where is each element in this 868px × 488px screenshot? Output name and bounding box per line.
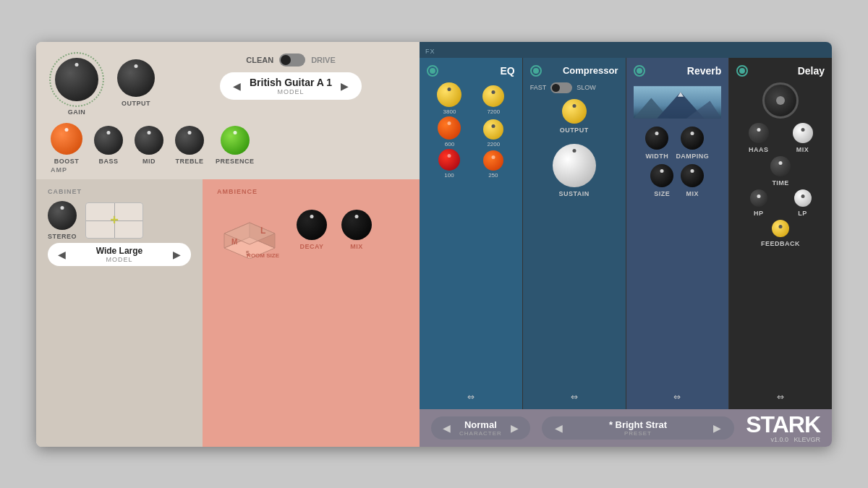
comp-sustain-knob[interactable]	[553, 144, 596, 187]
room-size-cube: M L 5 ROOM SIZE	[217, 201, 282, 259]
mid-knob[interactable]	[135, 126, 163, 155]
fast-slow-toggle[interactable]	[550, 82, 572, 93]
eq-3800-wrap: 3800	[437, 82, 461, 115]
preset-prev[interactable]: ◀	[552, 421, 566, 435]
boost-knob-wrap: BOOST	[51, 123, 82, 165]
reverb-width-knob[interactable]	[645, 127, 668, 150]
delay-disc-wrap	[736, 82, 825, 119]
mid-label: MID	[142, 158, 156, 165]
comp-output-label: OUTPUT	[560, 127, 589, 134]
reverb-damping-wrap: DAMPING	[676, 127, 709, 160]
comp-output-knob[interactable]	[562, 99, 587, 124]
gain-knob[interactable]	[55, 58, 98, 101]
delay-header: Delay	[736, 65, 825, 77]
reverb-header: Reverb	[634, 65, 722, 77]
reverb-mix-wrap: MIX	[681, 164, 704, 197]
output-knob[interactable]	[117, 59, 155, 97]
amb-mix-knob[interactable]	[341, 210, 372, 240]
delay-mix-knob[interactable]	[793, 123, 813, 143]
plugin-container: GAIN OUTPUT CLEAN DRIVE	[36, 42, 832, 447]
eq-600-label: 600	[445, 141, 454, 147]
decay-knob[interactable]	[297, 210, 327, 240]
amb-mix-knob-wrap: MIX	[341, 210, 372, 250]
amp-model-prev[interactable]: ◀	[230, 79, 244, 93]
eq-250-label: 250	[488, 172, 498, 179]
gain-label: GAIN	[68, 108, 86, 116]
cabinet-label: CABINET	[48, 188, 191, 195]
stereo-knob[interactable]	[48, 201, 77, 230]
comp-power-btn[interactable]	[530, 65, 542, 77]
bass-knob[interactable]	[94, 126, 123, 155]
delay-feedback-knob[interactable]	[772, 220, 789, 237]
reverb-width-label: WIDTH	[645, 153, 668, 160]
comp-output-wrap: OUTPUT	[560, 99, 589, 134]
character-value-wrap: Normal CHARACTER	[459, 419, 502, 437]
drive-label: DRIVE	[311, 56, 336, 64]
eq-100-label: 100	[444, 172, 454, 179]
output-label: OUTPUT	[122, 100, 150, 107]
presence-knob[interactable]	[221, 126, 250, 155]
reverb-damping-knob[interactable]	[681, 127, 704, 150]
eq-row-1: 3800 7200	[427, 82, 515, 115]
clean-label: CLEAN	[246, 56, 273, 64]
amp-section: GAIN OUTPUT CLEAN DRIVE	[36, 42, 420, 179]
gain-knob-wrap: GAIN	[51, 53, 103, 116]
delay-haas-knob[interactable]	[749, 123, 769, 143]
output-knob-wrap: OUTPUT	[117, 53, 155, 107]
delay-disc	[762, 82, 799, 119]
eq-7200-knob[interactable]	[482, 85, 504, 107]
delay-swap-icon[interactable]: ⇔	[736, 392, 825, 402]
eq-header: EQ	[427, 65, 515, 77]
preset-next[interactable]: ▶	[710, 421, 724, 435]
comp-title: Compressor	[546, 65, 618, 76]
plugin-brand: KLEVGR	[793, 436, 820, 443]
character-next[interactable]: ▶	[508, 421, 522, 435]
reverb-swap-icon[interactable]: ⇔	[634, 392, 722, 402]
eq-250-knob[interactable]	[483, 150, 503, 171]
clean-drive-row: CLEAN DRIVE	[246, 53, 336, 67]
comp-sustain-label: SUSTAIN	[558, 190, 589, 197]
reverb-power-btn[interactable]	[634, 65, 645, 77]
reverb-size-knob[interactable]	[650, 164, 673, 187]
delay-time-knob[interactable]	[770, 156, 791, 176]
character-prev[interactable]: ◀	[440, 421, 454, 435]
svg-text:M: M	[231, 238, 237, 246]
delay-time-row: TIME	[736, 156, 825, 187]
reverb-mix-knob[interactable]	[681, 164, 704, 187]
eq-2200-knob[interactable]	[483, 119, 503, 140]
reverb-landscape-svg	[634, 82, 722, 122]
cabinet-model-selector-wrap: ◀ Wide Large MODEL ▶	[48, 243, 191, 266]
bass-label: BASS	[98, 158, 118, 165]
eq-600-knob[interactable]	[438, 116, 461, 140]
delay-power-btn[interactable]	[736, 65, 748, 77]
eq-power-btn[interactable]	[427, 65, 438, 77]
eq-swap-icon[interactable]: ⇔	[427, 392, 515, 402]
comp-swap-icon[interactable]: ⇔	[530, 392, 618, 402]
reverb-size-label: SIZE	[654, 190, 670, 197]
eq-row-2: 600 2200	[427, 116, 515, 147]
treble-knob[interactable]	[175, 126, 204, 155]
amp-model-name: British Guitar A 1 MODEL	[250, 77, 332, 95]
delay-lp-knob[interactable]	[794, 189, 812, 207]
boost-knob[interactable]	[51, 123, 82, 155]
comp-knobs: OUTPUT SUSTAIN	[530, 99, 618, 197]
eq-2200-label: 2200	[487, 141, 500, 147]
eq-3800-knob[interactable]	[437, 82, 461, 107]
eq-250-wrap: 250	[483, 150, 503, 179]
cabinet-model-prev[interactable]: ◀	[55, 247, 69, 262]
stark-title: STARK	[746, 413, 820, 436]
ambience-label: AMBIENCE	[217, 188, 405, 195]
delay-hp-wrap: HP	[750, 189, 767, 217]
amp-model-next[interactable]: ▶	[338, 79, 352, 93]
eq-100-knob[interactable]	[438, 149, 460, 171]
preset-selector: ◀ * Bright Strat PRESET ▶	[542, 416, 734, 440]
delay-hp-knob[interactable]	[750, 189, 767, 207]
reverb-bg	[634, 82, 722, 122]
clean-drive-toggle[interactable]	[279, 53, 305, 67]
eq-600-wrap: 600	[438, 116, 461, 147]
cabinet-model-sublabel: MODEL	[75, 256, 164, 263]
cabinet-model-next[interactable]: ▶	[170, 247, 184, 262]
amp-section-label: AMP	[51, 166, 405, 174]
presence-knob-wrap: PRESENCE	[216, 126, 255, 165]
cabinet-crosshair[interactable]: +	[85, 202, 143, 239]
